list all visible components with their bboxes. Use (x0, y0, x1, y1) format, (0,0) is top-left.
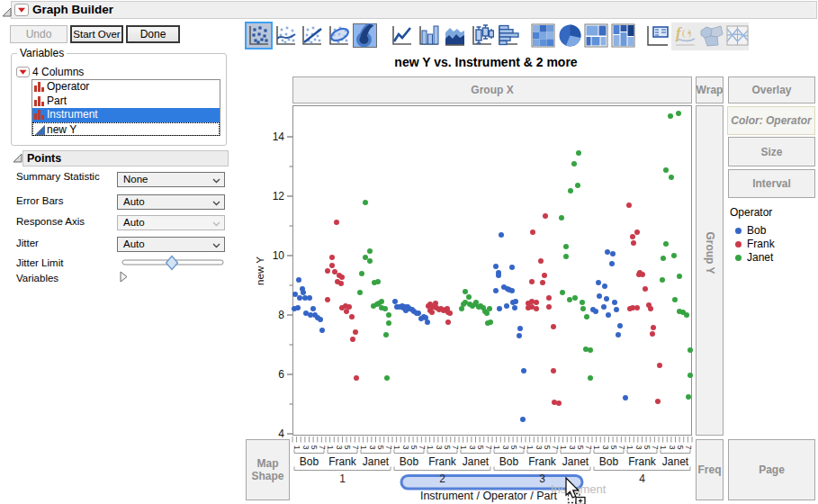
svg-text:7: 7 (517, 446, 526, 450)
svg-text:1: 1 (339, 472, 346, 485)
svg-text:7: 7 (551, 446, 560, 450)
svg-text:5: 5 (343, 446, 352, 450)
svg-text:1: 1 (292, 446, 301, 450)
svg-text:10: 10 (273, 249, 285, 262)
svg-text:Bob: Bob (300, 455, 319, 468)
svg-text:Frank: Frank (328, 455, 357, 468)
svg-text:5: 5 (609, 446, 618, 450)
svg-text:3: 3 (335, 446, 344, 450)
svg-text:3: 3 (539, 472, 545, 485)
svg-text:5: 5 (643, 446, 652, 450)
svg-text:3: 3 (634, 446, 643, 450)
svg-text:7: 7 (484, 446, 493, 450)
svg-text:5: 5 (509, 446, 518, 450)
svg-text:3: 3 (501, 446, 510, 450)
svg-text:3: 3 (601, 446, 610, 450)
svg-text:1: 1 (526, 446, 535, 450)
svg-text:3: 3 (535, 446, 544, 450)
svg-text:Instrument: Instrument (551, 482, 607, 496)
svg-text:7: 7 (617, 446, 626, 450)
svg-text:Janet: Janet (363, 455, 390, 468)
svg-text:7: 7 (351, 446, 360, 450)
svg-text:7: 7 (318, 446, 327, 450)
svg-text:1: 1 (459, 446, 468, 450)
svg-text:5: 5 (476, 446, 485, 450)
svg-text:Bob: Bob (499, 455, 519, 468)
svg-text:7: 7 (384, 446, 393, 450)
svg-text:1: 1 (592, 446, 601, 450)
svg-text:1: 1 (359, 446, 368, 450)
svg-text:5: 5 (543, 446, 552, 450)
svg-text:Frank: Frank (528, 455, 557, 468)
svg-text:Janet: Janet (463, 455, 490, 468)
svg-text:5: 5 (576, 446, 585, 450)
svg-text:4: 4 (278, 428, 284, 440)
svg-text:7: 7 (418, 446, 427, 450)
svg-text:6: 6 (278, 368, 284, 381)
svg-text:new Y: new Y (255, 256, 265, 285)
svg-text:3: 3 (668, 446, 677, 450)
svg-text:3: 3 (368, 446, 377, 450)
svg-text:5: 5 (376, 446, 385, 450)
svg-text:1: 1 (426, 446, 435, 450)
svg-text:5: 5 (676, 446, 685, 450)
svg-text:1: 1 (492, 446, 501, 450)
svg-text:4: 4 (639, 472, 645, 485)
svg-text:Frank: Frank (428, 455, 457, 468)
svg-text:7: 7 (651, 446, 660, 450)
svg-text:5: 5 (443, 446, 452, 450)
svg-text:Bob: Bob (400, 455, 419, 468)
svg-text:5: 5 (409, 446, 418, 450)
svg-text:2: 2 (439, 472, 445, 485)
svg-text:3: 3 (435, 446, 444, 450)
svg-text:Janet: Janet (562, 455, 589, 468)
svg-text:Janet: Janet (662, 455, 689, 468)
svg-text:1: 1 (625, 446, 634, 450)
svg-text:3: 3 (468, 446, 477, 450)
svg-text:1: 1 (392, 446, 401, 450)
svg-text:3: 3 (401, 446, 410, 450)
svg-text:Frank: Frank (628, 455, 657, 468)
svg-text:3: 3 (568, 446, 577, 450)
svg-text:5: 5 (310, 446, 319, 450)
svg-text:12: 12 (273, 190, 285, 202)
svg-text:7: 7 (451, 446, 460, 450)
svg-text:3: 3 (301, 446, 310, 450)
svg-text:1: 1 (326, 446, 335, 450)
svg-text:14: 14 (273, 130, 285, 143)
svg-text:7: 7 (684, 446, 693, 450)
svg-text:8: 8 (278, 309, 284, 321)
svg-text:1: 1 (659, 446, 668, 450)
svg-text:Bob: Bob (599, 455, 619, 468)
svg-text:Instrument / Operator / Part: Instrument / Operator / Part (420, 490, 558, 502)
svg-text:7: 7 (584, 446, 593, 450)
svg-text:1: 1 (559, 446, 568, 450)
